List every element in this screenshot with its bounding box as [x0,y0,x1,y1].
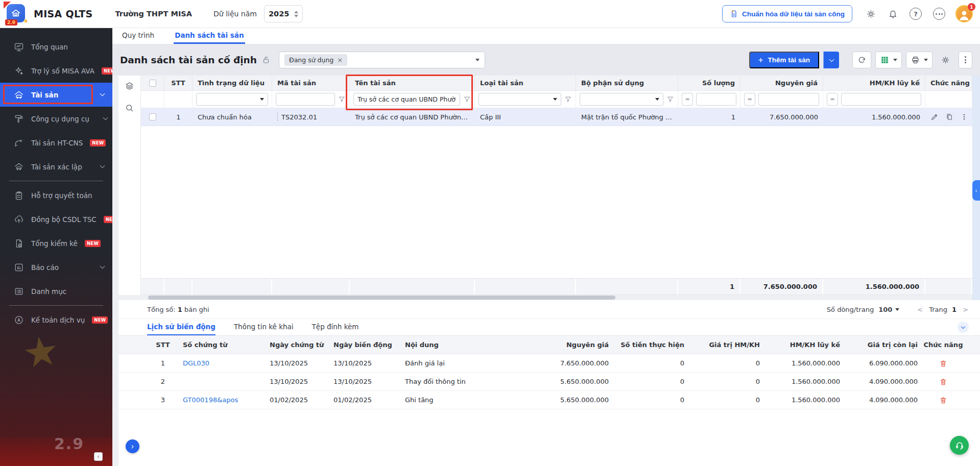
search-icon[interactable] [125,103,134,113]
name-filter-input[interactable] [353,93,460,106]
code-filter-input[interactable] [276,93,335,106]
funnel-icon[interactable] [666,95,674,103]
select-all-checkbox[interactable] [149,80,156,87]
app-logo[interactable]: ★ 2.9 [4,2,28,26]
history-row[interactable]: 1 DGL030 13/10/2025 13/10/2025 Đánh giá … [118,354,980,373]
new-badge: NEW [90,139,106,146]
more-options-icon[interactable] [933,8,945,20]
add-asset-dropdown-button[interactable] [823,52,839,68]
tab-tep-dinh-kem[interactable]: Tệp đính kèm [312,319,359,335]
header-ten-tai-san[interactable]: Tên tài sản [350,76,475,90]
header-so-luong[interactable]: Số lượng [678,76,740,90]
summary-empty [164,279,193,295]
dept-filter-select[interactable] [580,93,663,106]
bell-icon[interactable] [888,9,898,19]
layers-icon[interactable] [125,81,134,91]
sidebar-item-dong-bo-csdl-tsc[interactable]: Đồng bộ CSDL TSC NEW [0,207,112,231]
sidebar-item-tro-ly-so[interactable]: Trợ lý số MISA AVA NEW [0,59,112,83]
qty-filter-input[interactable] [696,93,736,106]
equals-operator[interactable]: = [744,93,755,106]
table-gutter [118,76,141,295]
sidebar-item-tong-quan[interactable]: Tổng quan [0,35,112,59]
sidebar-item-tai-san-xac-lap[interactable]: Tài sản xác lập [0,155,112,179]
header-bo-phan-su-dung[interactable]: Bộ phận sử dụng [576,76,678,90]
status-filter-dropdown[interactable]: Đang sử dụng × [279,52,485,68]
top-bar: ★ 2.9 MISA QLTS Trường THPT MISA Dữ liệu… [0,0,980,28]
funnel-icon[interactable] [338,95,346,103]
tab-lich-su-bien-dong[interactable]: Lịch sử biến động [147,319,216,335]
sidebar-item-danh-muc[interactable]: Danh mục [0,279,112,303]
equals-operator[interactable]: = [682,93,693,106]
sidebar-item-ho-tro-quyet-toan[interactable]: Hỗ trợ quyết toán [0,183,112,207]
prev-page-button[interactable]: < [916,306,924,313]
next-page-button[interactable]: > [961,306,970,313]
delete-trash-icon[interactable] [939,396,947,404]
edit-pencil-icon[interactable] [930,113,939,121]
accum-filter-input[interactable] [841,93,921,106]
sidebar-item-ke-toan-dich-vu[interactable]: Kế toán dịch vụ NEW [0,308,112,332]
sidebar-item-cong-cu-dung-cu[interactable]: Công cụ dụng cụ [0,107,112,131]
status-filter-select[interactable] [196,93,268,106]
horizontal-scrollbar-track[interactable] [118,295,972,300]
unlock-icon[interactable] [261,55,271,64]
rows-per-page-select[interactable]: 100 [878,306,899,313]
header-stt[interactable]: STT [164,76,193,90]
tab-danh-sach-tai-san[interactable]: Danh sách tài sản [174,28,245,44]
year-stepper[interactable] [294,11,298,17]
row-checkbox[interactable] [149,113,156,120]
chip-remove-icon[interactable]: × [337,56,343,64]
export-excel-button[interactable] [875,52,902,68]
delete-trash-icon[interactable] [939,378,947,386]
sidebar-item-tong-kiem-ke[interactable]: Tổng kiểm kê NEW [0,231,112,255]
year-up-icon[interactable] [294,11,298,13]
sidebar-item-bao-cao[interactable]: Báo cáo [0,255,112,279]
add-asset-button[interactable]: + Thêm tài sản [749,52,819,68]
dropdown-caret-icon[interactable] [475,59,480,61]
table-settings-button[interactable] [937,52,954,68]
filter-code-cell [272,91,350,108]
support-chat-button[interactable] [950,436,969,455]
print-button[interactable] [906,52,933,68]
gear-icon[interactable] [866,9,876,19]
funnel-icon[interactable] [463,95,471,103]
copy-document-icon[interactable] [945,113,953,121]
tab-thong-tin-ke-khai[interactable]: Thông tin kê khai [234,319,294,335]
history-row[interactable]: 3 GT000198&apos 01/02/2025 01/02/2025 Gh… [118,391,980,409]
tab-quy-trinh[interactable]: Quy trình [121,28,155,44]
sidebar-navigation: ★ 2.9 Tổng quan Trợ lý số MISA AVA NEW T… [0,28,112,466]
help-icon[interactable]: ? [910,8,922,20]
user-avatar[interactable]: 1 [955,5,973,22]
collapse-panel-button[interactable] [958,322,969,333]
sidebar-item-label: Trợ lý số MISA AVA [31,67,94,75]
row-kebab-menu-icon[interactable] [960,113,968,121]
year-selector[interactable]: 2025 [264,5,303,22]
sidebar-collapse-button[interactable]: ‹ [94,452,103,461]
history-row[interactable]: 2 13/10/2025 13/10/2025 Thay đổi thông t… [118,373,980,391]
type-filter-select[interactable] [479,93,561,106]
year-down-icon[interactable] [294,15,298,17]
equals-operator[interactable]: = [827,93,838,106]
standardize-public-asset-data-button[interactable]: Chuẩn hóa dữ liệu tài sản công [722,5,852,22]
sidebar-expand-fab[interactable]: › [126,439,139,453]
header-loai-tai-san[interactable]: Loại tài sản [475,76,576,90]
header-nguyen-gia[interactable]: Nguyên giá [740,76,823,90]
table-row[interactable]: 1 Chưa chuẩn hóa TS2032.01 Trụ sở các cơ… [141,108,972,126]
bcell-doc-link[interactable]: GT000198&apos [179,396,266,404]
header-hm-kh-luy-ke[interactable]: HM/KH lũy kế [823,76,925,90]
header-tinh-trang-du-lieu[interactable]: Tình trạng dữ liệu [193,76,272,90]
toolbar-actions: + Thêm tài sản [749,52,972,68]
organization-name[interactable]: Trường THPT MISA [115,10,192,18]
bcell-doc-link[interactable]: DGL030 [179,359,266,367]
delete-trash-icon[interactable] [939,359,947,367]
header-ma-tai-san[interactable]: Mã tài sản [272,76,350,90]
sparkles-icon [14,66,24,76]
funnel-icon[interactable] [564,95,572,103]
cost-filter-input[interactable] [758,93,819,106]
more-actions-button[interactable] [959,52,972,68]
sidebar-item-tai-san-ht-cns[interactable]: Tài sản HT-CNS NEW [0,131,112,155]
side-panel-expand-handle[interactable]: ‹ [972,180,980,201]
horizontal-scrollbar-thumb[interactable] [148,296,615,300]
refresh-button[interactable] [852,52,871,68]
sidebar-item-tai-san[interactable]: Tài sản [0,83,112,107]
filter-chip-dang-su-dung[interactable]: Đang sử dụng × [284,54,347,66]
